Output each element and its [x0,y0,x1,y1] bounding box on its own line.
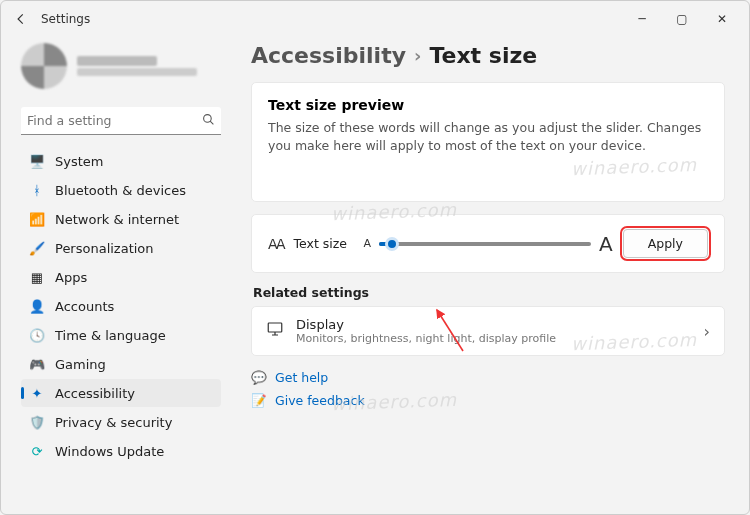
sidebar-item-gaming[interactable]: 🎮Gaming [21,350,221,378]
sidebar-item-network[interactable]: 📶Network & internet [21,205,221,233]
close-button[interactable]: ✕ [711,12,733,26]
brush-icon: 🖌️ [29,240,45,256]
page-title: Text size [429,43,537,68]
get-help-link[interactable]: 💬 Get help [251,370,725,385]
update-icon: ⟳ [29,443,45,459]
window-controls: ─ ▢ ✕ [621,12,743,26]
shield-icon: 🛡️ [29,414,45,430]
slider-min-glyph: A [364,237,372,250]
system-icon: 🖥️ [29,153,45,169]
sidebar: 🖥️System ᚼBluetooth & devices 📶Network &… [1,37,233,514]
text-size-icon: AA [268,236,284,252]
text-size-slider-card: AA Text size A A Apply [251,214,725,273]
accessibility-icon: ✦ [29,385,45,401]
help-icon: 💬 [251,370,267,385]
sidebar-item-bluetooth[interactable]: ᚼBluetooth & devices [21,176,221,204]
avatar [21,43,67,89]
svg-point-0 [204,115,212,123]
sidebar-item-label: Privacy & security [55,415,172,430]
search-box[interactable] [21,107,221,135]
gamepad-icon: 🎮 [29,356,45,372]
chevron-right-icon: › [414,45,421,66]
search-icon [202,111,215,130]
sidebar-item-label: Apps [55,270,87,285]
related-settings-heading: Related settings [253,285,725,300]
sidebar-item-privacy[interactable]: 🛡️Privacy & security [21,408,221,436]
monitor-icon [266,320,284,342]
sidebar-item-personalization[interactable]: 🖌️Personalization [21,234,221,262]
back-button[interactable] [7,5,35,33]
maximize-button[interactable]: ▢ [671,12,693,26]
slider-thumb[interactable] [385,237,399,251]
display-subtitle: Monitors, brightness, night light, displ… [296,332,556,345]
sidebar-item-label: System [55,154,103,169]
chevron-right-icon: › [704,322,710,341]
search-input[interactable] [27,113,202,128]
sidebar-item-label: Windows Update [55,444,164,459]
clock-icon: 🕓 [29,327,45,343]
bluetooth-icon: ᚼ [29,182,45,198]
sidebar-item-accessibility[interactable]: ✦Accessibility [21,379,221,407]
help-links: 💬 Get help 📝 Give feedback [251,370,725,408]
slider-max-glyph: A [599,232,613,256]
sidebar-item-windows-update[interactable]: ⟳Windows Update [21,437,221,465]
link-label: Get help [275,370,328,385]
minimize-button[interactable]: ─ [631,12,653,26]
text-size-slider[interactable] [379,242,591,246]
display-title: Display [296,317,556,332]
preview-body: The size of these words will change as y… [268,119,708,155]
slider-wrap: A A [364,232,613,256]
sidebar-item-label: Accounts [55,299,114,314]
arrow-left-icon [14,12,28,26]
sidebar-item-label: Personalization [55,241,154,256]
breadcrumb-parent[interactable]: Accessibility [251,43,406,68]
titlebar: Settings ─ ▢ ✕ [1,1,749,37]
sidebar-item-label: Network & internet [55,212,179,227]
sidebar-item-accounts[interactable]: 👤Accounts [21,292,221,320]
link-label: Give feedback [275,393,365,408]
account-header[interactable] [21,43,221,89]
apply-button[interactable]: Apply [623,229,708,258]
sidebar-item-label: Time & language [55,328,166,343]
sidebar-item-apps[interactable]: ▦Apps [21,263,221,291]
person-icon: 👤 [29,298,45,314]
give-feedback-link[interactable]: 📝 Give feedback [251,393,725,408]
sidebar-item-system[interactable]: 🖥️System [21,147,221,175]
wifi-icon: 📶 [29,211,45,227]
slider-label: Text size [294,236,354,251]
display-settings-item[interactable]: Display Monitors, brightness, night ligh… [251,306,725,356]
svg-rect-1 [268,323,282,332]
apps-icon: ▦ [29,269,45,285]
feedback-icon: 📝 [251,393,267,408]
sidebar-item-time-language[interactable]: 🕓Time & language [21,321,221,349]
sidebar-item-label: Bluetooth & devices [55,183,186,198]
main-content: Accessibility › Text size Text size prev… [233,37,749,514]
sidebar-item-label: Gaming [55,357,106,372]
breadcrumb: Accessibility › Text size [251,43,725,68]
text-size-preview-card: Text size preview The size of these word… [251,82,725,202]
window-title: Settings [41,12,90,26]
account-name-redacted [77,56,197,76]
sidebar-nav: 🖥️System ᚼBluetooth & devices 📶Network &… [21,147,221,465]
sidebar-item-label: Accessibility [55,386,135,401]
preview-heading: Text size preview [268,97,708,113]
settings-window: Settings ─ ▢ ✕ 🖥️System [0,0,750,515]
